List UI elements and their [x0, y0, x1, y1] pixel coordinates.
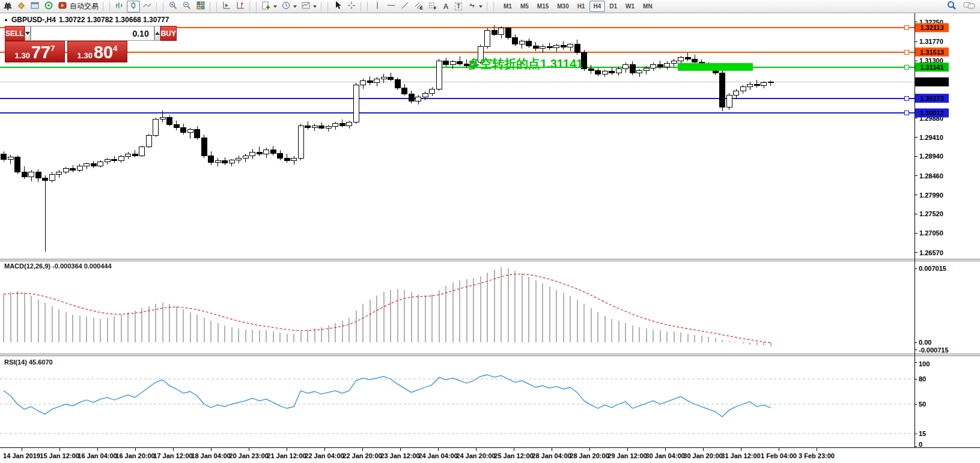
arrows-icon [467, 1, 476, 13]
svg-text:31 Jan 12:00: 31 Jan 12:00 [721, 452, 760, 459]
svg-text:14 Jan 2019: 14 Jan 2019 [3, 452, 40, 459]
svg-text:1.28940: 1.28940 [919, 153, 943, 160]
svg-text:1.30012: 1.30012 [920, 109, 944, 117]
svg-text:1.31513: 1.31513 [920, 49, 944, 56]
svg-text:15: 15 [919, 430, 926, 437]
data-window-button[interactable] [28, 1, 41, 13]
vertical-line-tool[interactable] [371, 1, 384, 13]
volume-increase-button[interactable] [154, 26, 160, 41]
tab-timeframe-m30[interactable]: M30 [553, 1, 573, 12]
line-chart-icon [142, 1, 152, 13]
svg-text:1.30777: 1.30777 [920, 78, 944, 85]
svg-text:100: 100 [919, 360, 930, 368]
tab-timeframe-m5[interactable]: M5 [516, 1, 533, 12]
text-tool[interactable]: A [440, 1, 452, 13]
macd-signal-line [4, 274, 771, 342]
tab-timeframe-h4[interactable]: H4 [589, 1, 606, 12]
sell-price-prefix: 1.30 [15, 52, 30, 59]
tab-timeframe-m1[interactable]: M1 [499, 1, 516, 12]
spinner-up-icon [155, 29, 160, 35]
new-order-button[interactable]: 单 [2, 1, 14, 13]
tab-timeframe-w1[interactable]: W1 [621, 1, 639, 12]
zoom-in-icon [168, 1, 178, 13]
macd-layer [3, 267, 772, 346]
zoom-out-button[interactable] [180, 1, 193, 13]
channel-tool[interactable]: E [412, 1, 425, 13]
indicators-dropdown-arrow [273, 5, 277, 10]
fibonacci-tool[interactable]: F [426, 1, 439, 13]
svg-text:0.007015: 0.007015 [919, 265, 946, 272]
sell-button[interactable]: SELL [5, 26, 25, 41]
label-tool[interactable]: T [452, 1, 464, 13]
zoom-in-button[interactable] [166, 1, 180, 13]
trendline-icon [400, 1, 410, 13]
svg-text:E: E [420, 6, 423, 10]
clock-icon [281, 1, 291, 13]
tab-timeframe-m15[interactable]: M15 [533, 1, 553, 12]
bar-chart-icon [115, 1, 124, 13]
arrows-tool[interactable] [465, 1, 484, 13]
chart-shift-icon [236, 1, 245, 13]
buy-price-prefix: 1.30 [78, 52, 93, 59]
auto-scroll-icon [222, 1, 231, 13]
svg-text:-0.000715: -0.000715 [919, 346, 949, 354]
macd-indicator-label: MACD(12,26,9) -0.000364 0.000444 [4, 262, 112, 270]
horizontal-line-tool[interactable] [385, 1, 398, 13]
vertical-line-icon [373, 1, 382, 13]
svg-text:23 Jan 12:00: 23 Jan 12:00 [380, 452, 419, 459]
auto-scroll-button[interactable] [220, 1, 233, 13]
buy-price-box[interactable]: 1.30804 [67, 41, 127, 62]
svg-text:17 Jan 12:00: 17 Jan 12:00 [153, 452, 192, 459]
search-icon[interactable] [946, 0, 957, 13]
svg-text:28 Jan 04:00: 28 Jan 04:00 [532, 452, 571, 459]
line-chart-button[interactable] [141, 1, 154, 13]
indicators-button[interactable] [260, 1, 279, 13]
svg-text:22 Jan 20:00: 22 Jan 20:00 [342, 452, 382, 459]
spinner-down-icon [25, 32, 30, 37]
templates-dropdown-arrow [313, 5, 317, 10]
chat-icon[interactable] [963, 1, 975, 13]
volume-decrease-button[interactable] [25, 26, 31, 41]
navigator-icon [44, 1, 53, 13]
sell-price-pip: 7 [50, 44, 55, 52]
autotrading-label: 自动交易 [70, 1, 99, 11]
svg-text:3 Feb 23:00: 3 Feb 23:00 [799, 452, 835, 459]
candlestick-chart-button[interactable] [127, 1, 140, 13]
periods-button[interactable] [279, 1, 299, 13]
svg-text:50: 50 [919, 401, 926, 408]
periods-dropdown-arrow [293, 5, 297, 10]
tab-timeframe-mn[interactable]: MN [639, 1, 657, 12]
sell-price-big: 77 [31, 46, 50, 59]
sell-price-box[interactable]: 1.30777 [5, 41, 65, 62]
buy-button[interactable]: BUY [160, 26, 177, 41]
svg-text:1.32113: 1.32113 [920, 24, 943, 31]
navigator-button[interactable] [42, 1, 55, 13]
svg-text:1.30373: 1.30373 [920, 95, 944, 102]
svg-text:1.31141: 1.31141 [920, 64, 943, 71]
one-click-trading-panel: SELL BUY 1.30777 1.30804 [5, 26, 127, 62]
indicators-icon [261, 1, 271, 13]
text-tool-icon: A [443, 2, 449, 11]
cursor-button[interactable] [331, 1, 344, 13]
rsi-line [4, 375, 771, 417]
collapse-panel-icon[interactable]: ▲ [4, 17, 8, 22]
timeframe-bar: M1M5M15M30H1H4D1W1MN [499, 1, 657, 12]
autotrading-button[interactable]: 自动交易 [56, 1, 100, 13]
volume-input[interactable] [31, 26, 154, 41]
horizontal-line-icon [386, 1, 396, 13]
bar-chart-button[interactable] [113, 1, 126, 13]
crosshair-button[interactable] [345, 1, 358, 13]
line-handles-layer [904, 26, 908, 115]
tile-windows-button[interactable] [194, 1, 207, 13]
tab-timeframe-h1[interactable]: H1 [573, 1, 589, 12]
trendline-tool[interactable] [398, 1, 412, 13]
mt4-window: { "toolbar": { "new_order_label": "单", "… [0, 0, 980, 463]
rs-layer [0, 375, 915, 434]
market-watch-button[interactable] [14, 1, 28, 13]
tab-timeframe-d1[interactable]: D1 [605, 1, 621, 12]
channel-icon: E [414, 1, 424, 13]
svg-text:20 Jan 23:00: 20 Jan 23:00 [229, 452, 268, 459]
templates-button[interactable] [299, 1, 318, 13]
new-order-label: 单 [4, 1, 12, 12]
chart-shift-button[interactable] [234, 1, 247, 13]
